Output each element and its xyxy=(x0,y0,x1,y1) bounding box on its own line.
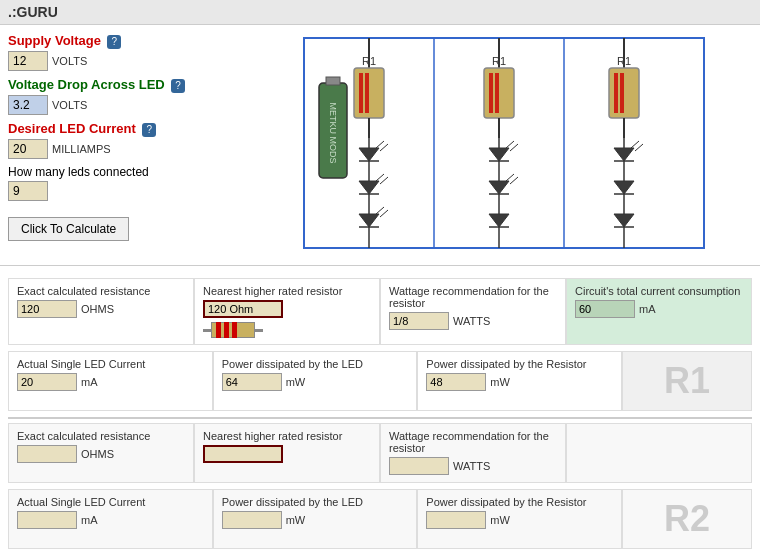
r1-nearest-input[interactable] xyxy=(203,300,283,318)
r1-power-led-cell: Power dissipated by the LED mW xyxy=(213,351,418,411)
r1-wattage-cell: Wattage recommendation for the resistor … xyxy=(380,278,566,345)
r1-current-label: Circuit's total current consumption xyxy=(575,285,743,297)
r2-single-current-input[interactable] xyxy=(17,511,77,529)
r1-current-unit: mA xyxy=(639,303,656,315)
r2-exact-resistance-input[interactable] xyxy=(17,445,77,463)
r1-power-res-cell: Power dissipated by the Resistor mW xyxy=(417,351,622,411)
r2-label-cell: R2 xyxy=(622,489,752,549)
led-current-row: MILLIAMPS xyxy=(8,139,208,159)
r2-single-current-row: mA xyxy=(17,511,204,529)
svg-marker-25 xyxy=(359,214,379,227)
r1-power-led-row: mW xyxy=(222,373,409,391)
r1-wattage-row: WATTS xyxy=(389,312,557,330)
supply-voltage-input[interactable] xyxy=(8,51,48,71)
r2-wattage-unit: WATTS xyxy=(453,460,490,472)
svg-rect-8 xyxy=(359,73,363,113)
svg-rect-55 xyxy=(620,73,624,113)
r2-power-res-cell: Power dissipated by the Resistor mW xyxy=(417,489,622,549)
svg-marker-13 xyxy=(359,148,379,161)
r1-single-current-label: Actual Single LED Current xyxy=(17,358,204,370)
r1-exact-resistance-input[interactable] xyxy=(17,300,77,318)
leds-count-input[interactable] xyxy=(8,181,48,201)
r2-power-led-input[interactable] xyxy=(222,511,282,529)
r2-power-res-unit: mW xyxy=(490,514,510,526)
leds-count-row xyxy=(8,181,208,201)
r1-exact-resistance-row: OHMS xyxy=(17,300,185,318)
svg-text:R1: R1 xyxy=(617,55,631,67)
top-section: Supply Voltage ? VOLTS Voltage Drop Acro… xyxy=(0,25,760,261)
r1-single-current-input[interactable] xyxy=(17,373,77,391)
led-current-unit: MILLIAMPS xyxy=(52,143,111,155)
led-current-input[interactable] xyxy=(8,139,48,159)
r2-nearest-cell: Nearest higher rated resistor xyxy=(194,423,380,483)
supply-voltage-help[interactable]: ? xyxy=(107,35,121,49)
calculate-button[interactable]: Click To Calculate xyxy=(8,217,129,241)
r1-nearest-label: Nearest higher rated resistor xyxy=(203,285,371,297)
r1-row2: Actual Single LED Current mA Power dissi… xyxy=(8,351,752,411)
leds-count-label: How many leds connected xyxy=(8,165,208,179)
left-panel: Supply Voltage ? VOLTS Voltage Drop Acro… xyxy=(8,33,208,253)
svg-rect-9 xyxy=(365,73,369,113)
r1-current-input[interactable] xyxy=(575,300,635,318)
r2-row2: Actual Single LED Current mA Power dissi… xyxy=(8,489,752,549)
r1-label-cell: R1 xyxy=(622,351,752,411)
svg-marker-69 xyxy=(614,214,634,227)
svg-marker-59 xyxy=(614,148,634,161)
supply-voltage-row: VOLTS xyxy=(8,51,208,71)
r2-exact-resistance-cell: Exact calculated resistance OHMS xyxy=(8,423,194,483)
voltage-drop-input[interactable] xyxy=(8,95,48,115)
r1-exact-resistance-cell: Exact calculated resistance OHMS xyxy=(8,278,194,345)
r2-power-res-row: mW xyxy=(426,511,613,529)
voltage-drop-row: VOLTS xyxy=(8,95,208,115)
r1-power-res-input[interactable] xyxy=(426,373,486,391)
svg-rect-33 xyxy=(495,73,499,113)
app-header: .:GURU xyxy=(0,0,760,25)
r1-exact-resistance-label: Exact calculated resistance xyxy=(17,285,185,297)
r2-power-res-input[interactable] xyxy=(426,511,486,529)
svg-line-40 xyxy=(506,141,514,148)
r2-power-led-unit: mW xyxy=(286,514,306,526)
r2-single-current-unit: mA xyxy=(81,514,98,526)
r2-wattage-input[interactable] xyxy=(389,457,449,475)
r1-wattage-input[interactable] xyxy=(389,312,449,330)
r2-wattage-label: Wattage recommendation for the resistor xyxy=(389,430,557,454)
led-current-help[interactable]: ? xyxy=(142,123,156,137)
svg-rect-54 xyxy=(614,73,618,113)
svg-marker-37 xyxy=(489,148,509,161)
r2-row1: Exact calculated resistance OHMS Nearest… xyxy=(8,423,752,483)
r1-power-res-label: Power dissipated by the Resistor xyxy=(426,358,613,370)
r2-empty-cell xyxy=(566,423,752,483)
r2-power-res-label: Power dissipated by the Resistor xyxy=(426,496,613,508)
voltage-drop-section: Voltage Drop Across LED ? VOLTS xyxy=(8,77,208,115)
r1-wattage-unit: WATTS xyxy=(453,315,490,327)
results-section: Exact calculated resistance OHMS Nearest… xyxy=(0,270,760,558)
svg-line-63 xyxy=(635,144,643,151)
r1-power-led-input[interactable] xyxy=(222,373,282,391)
r1-resistor-visual xyxy=(203,322,371,338)
r2-power-led-cell: Power dissipated by the LED mW xyxy=(213,489,418,549)
svg-marker-49 xyxy=(489,214,509,227)
section-divider xyxy=(0,265,760,266)
svg-line-17 xyxy=(380,144,388,151)
circuit-svg: METKU MODS R1 xyxy=(216,33,752,253)
voltage-drop-help[interactable]: ? xyxy=(171,79,185,93)
svg-line-22 xyxy=(376,174,384,181)
r1-power-led-unit: mW xyxy=(286,376,306,388)
svg-line-41 xyxy=(510,144,518,151)
r1-wattage-label: Wattage recommendation for the resistor xyxy=(389,285,557,309)
r2-power-led-label: Power dissipated by the LED xyxy=(222,496,409,508)
circuit-diagram: METKU MODS R1 xyxy=(216,33,752,253)
r2-nearest-input[interactable] xyxy=(203,445,283,463)
r2-label: R2 xyxy=(664,498,710,540)
led-current-section: Desired LED Current ? MILLIAMPS xyxy=(8,121,208,159)
r2-exact-resistance-row: OHMS xyxy=(17,445,185,463)
r1-single-current-unit: mA xyxy=(81,376,98,388)
r1-power-led-label: Power dissipated by the LED xyxy=(222,358,409,370)
voltage-drop-label: Voltage Drop Across LED xyxy=(8,77,165,92)
svg-line-62 xyxy=(631,141,639,148)
svg-text:R1: R1 xyxy=(362,55,376,67)
svg-rect-4 xyxy=(326,77,340,85)
supply-voltage-unit: VOLTS xyxy=(52,55,87,67)
r2-power-led-row: mW xyxy=(222,511,409,529)
r1-power-res-row: mW xyxy=(426,373,613,391)
